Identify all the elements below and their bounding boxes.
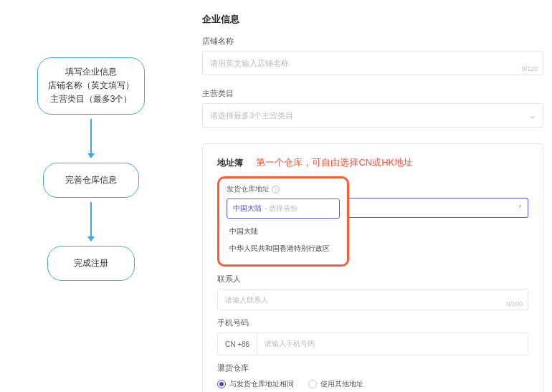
return-radio-same[interactable]: 与发货仓库地址相同 [217,379,294,389]
category-label: 主营类目 [202,88,543,99]
region-sub-placeholder: - 选择省份 [265,204,298,214]
page-root: 填写企业信息 店铺名称（英文填写） 主营类目（最多3个） 完善仓库信息 完成注册… [0,0,552,392]
address-book-card: 地址簿 第一个仓库，可自由选择CN或HK地址 发货仓库地址 ? 中国大陆 - 选… [202,143,543,392]
return-label: 退货仓库 [217,363,528,373]
region-option-cn[interactable]: 中国大陆 [227,223,340,240]
chevron-up-icon: ˄ [518,204,522,212]
flow-arrow-1 [87,119,95,158]
contact-input[interactable] [217,289,528,310]
phone-input-group[interactable]: CN +86 请输入手机号码 [217,333,528,355]
return-radio-other[interactable]: 使用其他地址 [308,379,363,389]
address-book-title: 地址簿 [217,157,243,169]
address-annotation: 第一个仓库，可自由选择CN或HK地址 [256,157,413,168]
flow-step-3-label: 完成注册 [74,257,108,270]
store-name-counter: 0/120 [521,65,538,72]
shipping-label: 发货仓库地址 ? [227,184,340,194]
form-area: 企业信息 店铺名称 0/120 主营类目 请选择最多3个主营类目 ⌄ 地址簿 第… [202,13,543,385]
flow-step-2-label: 完善仓库信息 [65,173,117,187]
region-selected-value: 中国大陆 [233,204,262,214]
category-select[interactable]: 请选择最多3个主营类目 ⌄ [202,103,543,128]
store-name-wrapper: 0/120 [202,51,543,75]
flow-step-3: 完成注册 [47,246,135,281]
flow-step-1-line-3: 主营类目（最多3个） [48,92,134,106]
region-option-hk[interactable]: 中华人民共和国香港特别行政区 [227,240,340,257]
radio-checked-icon [217,380,226,388]
flow-step-1-line-1: 填写企业信息 [48,65,134,79]
flow-arrow-2 [87,202,95,242]
region-select[interactable]: 中国大陆 - 选择省份 [227,199,340,219]
chevron-down-icon: ⌄ [529,111,536,120]
region-dropdown: 中国大陆 中华人民共和国香港特别行政区 [227,223,340,257]
phone-prefix[interactable]: CN +86 [218,333,257,355]
radio-unchecked-icon [308,380,317,388]
flow-step-1: 填写企业信息 店铺名称（英文填写） 主营类目（最多3个） [37,57,145,115]
store-name-label: 店铺名称 [202,36,543,47]
shipping-region-highlight: 发货仓库地址 ? 中国大陆 - 选择省份 中国大陆 中华人民共和国香港特别行政区 [217,176,349,267]
category-placeholder: 请选择最多3个主营类目 [210,110,293,121]
return-opt-other-label: 使用其他地址 [320,379,363,389]
flow-step-2: 完善仓库信息 [43,163,139,198]
contact-wrapper: 0/100 [217,289,528,310]
return-radio-group: 与发货仓库地址相同 使用其他地址 [217,379,528,389]
flow-step-1-line-2: 店铺名称（英文填写） [48,79,134,92]
help-icon: ? [272,186,280,193]
phone-placeholder: 请输入手机号码 [257,339,322,349]
return-opt-same-label: 与发货仓库地址相同 [229,379,294,389]
store-name-input[interactable] [202,51,543,75]
contact-counter: 0/100 [506,300,523,307]
contact-label: 联系人 [217,274,528,285]
section-heading: 企业信息 [202,13,543,26]
flowchart: 填写企业信息 店铺名称（英文填写） 主营类目（最多3个） 完善仓库信息 完成注册 [30,57,152,281]
region-select-extension: ˄ [349,198,528,218]
phone-label: 手机号码 [217,317,528,328]
